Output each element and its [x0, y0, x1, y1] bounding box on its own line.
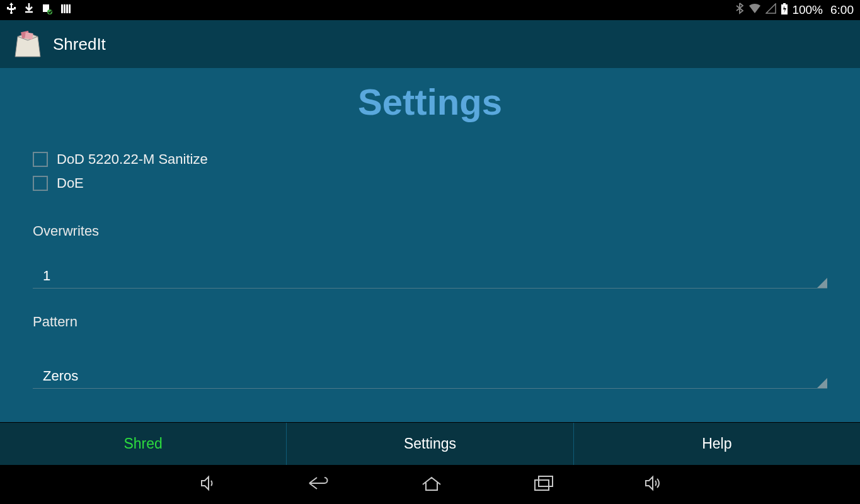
system-nav-bar: [0, 465, 860, 504]
svg-rect-2: [61, 4, 63, 13]
app-title: ShredIt: [53, 35, 106, 54]
pattern-label: Pattern: [33, 314, 827, 330]
home-icon[interactable]: [419, 474, 444, 495]
battery-icon: [781, 3, 788, 18]
dropdown-indicator-icon: [817, 278, 827, 288]
title-bar: ShredIt: [0, 20, 860, 68]
dropdown-indicator-icon: [817, 378, 827, 388]
svg-rect-7: [783, 3, 786, 4]
back-icon[interactable]: [306, 474, 331, 495]
download-done-icon: [42, 3, 53, 18]
svg-rect-12: [535, 480, 549, 490]
tab-label: Help: [702, 435, 731, 452]
tab-label: Settings: [404, 435, 456, 452]
checkbox-doe[interactable]: DoE: [33, 175, 827, 192]
recent-apps-icon[interactable]: [532, 474, 555, 495]
svg-rect-4: [66, 4, 68, 13]
clock-text: 6:00: [830, 3, 854, 17]
bluetooth-icon: [735, 3, 744, 18]
svg-rect-5: [69, 4, 71, 13]
svg-rect-13: [539, 476, 553, 486]
tab-label: Shred: [123, 435, 162, 452]
volume-down-icon[interactable]: [198, 474, 217, 495]
page-title: Settings: [33, 81, 827, 123]
status-bar: 100% 6:00: [0, 0, 860, 20]
tab-settings[interactable]: Settings: [287, 423, 573, 465]
app-icon: [13, 29, 43, 59]
tab-help[interactable]: Help: [574, 423, 860, 465]
signal-icon: [765, 3, 777, 18]
pattern-value: Zeros: [33, 368, 827, 384]
overwrites-field: Overwrites 1: [33, 223, 827, 289]
overwrites-label: Overwrites: [33, 223, 827, 239]
volume-up-icon[interactable]: [643, 474, 662, 495]
settings-panel: Settings DoD 5220.22-M Sanitize DoE Over…: [0, 68, 860, 422]
status-right-icons: 100% 6:00: [735, 3, 854, 18]
checkbox-box[interactable]: [33, 152, 48, 167]
battery-text: 100%: [792, 3, 823, 17]
status-left-icons: [6, 3, 72, 18]
checkbox-dod[interactable]: DoD 5220.22-M Sanitize: [33, 151, 827, 168]
pattern-spinner[interactable]: Zeros: [33, 368, 827, 389]
svg-rect-11: [25, 32, 33, 40]
overwrites-value: 1: [33, 268, 827, 284]
tab-shred[interactable]: Shred: [0, 423, 287, 465]
download-icon: [24, 3, 34, 18]
checkbox-label: DoE: [57, 175, 84, 192]
overwrites-spinner[interactable]: 1: [33, 268, 827, 289]
usb-icon: [6, 3, 16, 18]
checkbox-label: DoD 5220.22-M Sanitize: [57, 151, 208, 168]
checkbox-box[interactable]: [33, 176, 48, 191]
pattern-field: Pattern Zeros: [33, 314, 827, 389]
bars-icon: [60, 3, 72, 18]
wifi-icon: [748, 3, 762, 18]
svg-rect-3: [64, 4, 66, 13]
bottom-tab-bar: Shred Settings Help: [0, 422, 860, 465]
